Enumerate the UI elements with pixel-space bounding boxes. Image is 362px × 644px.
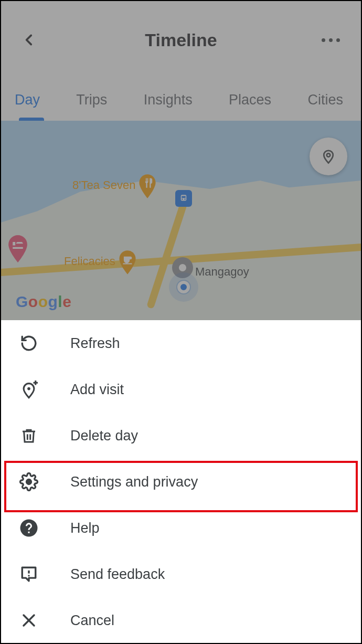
menu-item-label: Refresh [70, 335, 120, 352]
gear-icon [19, 472, 39, 492]
close-icon [19, 610, 39, 630]
menu-item-refresh[interactable]: Refresh [1, 320, 361, 366]
help-icon [19, 518, 39, 538]
menu-item-cancel[interactable]: Cancel [1, 597, 361, 643]
overflow-menu: Refresh Add visit Delete day Settings an… [1, 320, 361, 643]
menu-item-help[interactable]: Help [1, 505, 361, 551]
menu-item-label: Send feedback [70, 566, 165, 583]
feedback-icon [19, 564, 39, 584]
screen: Timeline Day Trips Insights Places Citie… [0, 0, 362, 644]
svg-point-5 [27, 387, 30, 390]
svg-point-13 [28, 575, 29, 576]
menu-item-label: Help [70, 520, 100, 536]
menu-item-label: Delete day [70, 428, 138, 444]
menu-item-label: Settings and privacy [70, 474, 198, 490]
menu-item-delete-day[interactable]: Delete day [1, 413, 361, 459]
add-visit-icon [19, 379, 39, 399]
refresh-icon [19, 333, 39, 353]
menu-item-send-feedback[interactable]: Send feedback [1, 551, 361, 597]
menu-item-label: Add visit [70, 382, 124, 398]
menu-item-settings-privacy[interactable]: Settings and privacy [1, 459, 361, 505]
modal-backdrop[interactable] [1, 1, 361, 320]
svg-point-10 [27, 480, 31, 484]
menu-item-add-visit[interactable]: Add visit [1, 366, 361, 413]
menu-item-label: Cancel [70, 613, 114, 629]
trash-icon [19, 426, 39, 446]
